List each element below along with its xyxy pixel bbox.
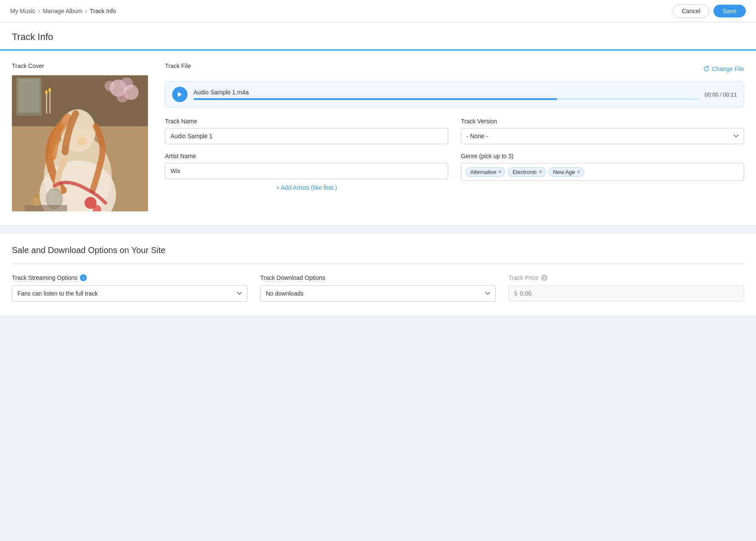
track-file-label: Track File: [165, 63, 191, 69]
genre-label: Genre (pick up to 3): [461, 153, 744, 159]
svg-point-18: [77, 137, 87, 145]
track-cover-image[interactable]: [12, 75, 148, 211]
svg-point-7: [48, 88, 51, 92]
page-title-bar: Track Info: [0, 22, 756, 51]
audio-player: Audio Sample 1.m4a 00:00 / 00:11: [165, 81, 744, 108]
genre-group: Genre (pick up to 3) Alternative × Elect…: [461, 153, 744, 191]
track-info-section: Track Cover: [0, 51, 756, 225]
price-currency: $: [514, 290, 517, 297]
track-cover-label: Track Cover: [12, 63, 148, 69]
download-col: Track Download Options No downloads Free…: [260, 274, 496, 302]
download-select-wrapper: No downloads Free download Paid download: [260, 285, 496, 302]
breadcrumb-track-info: Track Info: [90, 8, 116, 14]
svg-point-12: [117, 91, 128, 103]
artist-name-group: Artist Name + Add Artists (like feat.): [165, 153, 448, 191]
svg-rect-22: [33, 196, 40, 206]
artist-name-input[interactable]: [165, 163, 448, 179]
genre-tag-alternative-label: Alternative: [470, 169, 496, 175]
download-select[interactable]: No downloads Free download Paid download: [260, 285, 496, 302]
track-file-column: Track File Change File Audio Sample 1.m4…: [165, 63, 744, 211]
sale-grid: Track Streaming Options i Fans can liste…: [12, 274, 744, 302]
cancel-button[interactable]: Cancel: [673, 4, 709, 18]
play-icon: [177, 91, 182, 97]
svg-rect-5: [49, 90, 51, 114]
change-file-button[interactable]: Change File: [703, 65, 745, 72]
streaming-select[interactable]: Fans can listen to the full track Previe…: [12, 285, 247, 302]
breadcrumb-sep-1: ›: [38, 7, 40, 15]
svg-point-23: [34, 194, 39, 197]
save-button[interactable]: Save: [713, 5, 746, 17]
page-title: Track Info: [12, 31, 744, 43]
track-name-label: Track Name: [165, 118, 448, 125]
genre-tag-newage-close[interactable]: ×: [577, 169, 580, 174]
audio-info: Audio Sample 1.m4a: [193, 89, 699, 100]
streaming-select-wrapper: Fans can listen to the full track Previe…: [12, 285, 247, 302]
genre-tag-newage-label: New Age: [553, 169, 575, 175]
price-info-icon[interactable]: i: [541, 274, 548, 281]
genre-tag-newage: New Age ×: [549, 167, 584, 177]
breadcrumb: My Music › Manage Album › Track Info: [10, 7, 116, 15]
streaming-col: Track Streaming Options i Fans can liste…: [12, 274, 247, 302]
audio-time: 00:00 / 00:11: [705, 91, 737, 98]
topbar-actions: Cancel Save: [673, 4, 746, 18]
audio-progress-fill: [193, 98, 557, 100]
svg-rect-3: [18, 79, 40, 113]
svg-rect-4: [46, 92, 47, 114]
sale-divider: [12, 264, 744, 264]
breadcrumb-sep-2: ›: [85, 7, 87, 15]
genre-tag-alternative-close[interactable]: ×: [498, 169, 501, 174]
topbar: My Music › Manage Album › Track Info Can…: [0, 0, 756, 22]
refresh-icon: [703, 65, 710, 72]
track-version-label: Track Version: [461, 118, 744, 125]
price-input-wrapper: $: [509, 285, 744, 302]
genre-tags-container[interactable]: Alternative × Electronic × New Age ×: [461, 163, 744, 181]
price-col: Track Price i $: [509, 274, 744, 302]
streaming-info-icon[interactable]: i: [80, 274, 87, 281]
breadcrumb-my-music[interactable]: My Music: [10, 8, 35, 14]
genre-tag-electronic-label: Electronic: [512, 169, 537, 175]
section-divider: [0, 225, 756, 233]
sale-section: Sale and Download Options on Your Site T…: [0, 233, 756, 315]
track-name-input[interactable]: [165, 128, 448, 144]
svg-point-17: [48, 190, 61, 208]
genre-tag-alternative: Alternative ×: [466, 167, 505, 177]
svg-rect-21: [25, 205, 67, 211]
audio-progress-bar[interactable]: [193, 98, 699, 100]
track-name-group: Track Name: [165, 118, 448, 144]
track-version-select[interactable]: - None -: [461, 128, 744, 144]
breadcrumb-manage-album[interactable]: Manage Album: [43, 8, 82, 14]
sale-title: Sale and Download Options on Your Site: [12, 245, 744, 255]
track-file-header: Track File Change File: [165, 63, 744, 75]
price-input[interactable]: [520, 290, 739, 297]
streaming-label: Track Streaming Options i: [12, 274, 247, 281]
audio-filename: Audio Sample 1.m4a: [193, 89, 699, 96]
play-button[interactable]: [172, 87, 188, 102]
add-artists-button[interactable]: + Add Artists (like feat.): [165, 184, 448, 191]
price-label: Track Price i: [509, 274, 744, 281]
svg-point-6: [45, 90, 48, 94]
track-cover-column: Track Cover: [12, 63, 148, 211]
genre-tag-electronic: Electronic ×: [508, 167, 546, 177]
svg-point-11: [105, 81, 115, 91]
artist-name-label: Artist Name: [165, 153, 448, 159]
genre-tag-electronic-close[interactable]: ×: [539, 169, 542, 174]
track-version-group: Track Version - None -: [461, 118, 744, 144]
cover-artwork-svg: [12, 75, 148, 211]
track-form-grid: Track Name Track Version - None - Artist…: [165, 118, 744, 191]
download-label: Track Download Options: [260, 274, 496, 281]
